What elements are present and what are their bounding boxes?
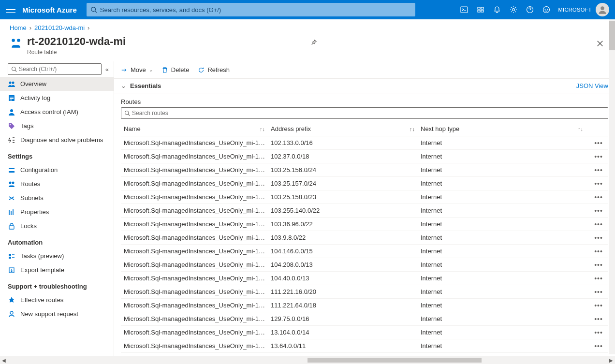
sidebar-item-diag[interactable]: Diagnose and solve problems	[0, 133, 114, 147]
row-more-icon[interactable]: •••	[589, 342, 608, 350]
notifications-icon[interactable]	[493, 6, 501, 14]
cell-name: Microsoft.Sql-managedInstances_UseOnly_m…	[121, 234, 271, 241]
refresh-button[interactable]: Refresh	[198, 66, 230, 73]
row-more-icon[interactable]: •••	[589, 207, 608, 215]
brand-label[interactable]: Microsoft Azure	[22, 6, 77, 14]
row-more-icon[interactable]: •••	[589, 261, 608, 269]
svg-rect-35	[9, 254, 11, 256]
col-name[interactable]: Name↑↓	[121, 125, 271, 132]
sidebar-search[interactable]	[8, 63, 102, 75]
table-row[interactable]: Microsoft.Sql-managedInstances_UseOnly_m…	[121, 136, 608, 150]
row-more-icon[interactable]: •••	[589, 329, 608, 336]
scrollbar-thumb[interactable]	[308, 358, 482, 363]
json-view-link[interactable]: JSON View	[576, 82, 608, 89]
breadcrumb-home[interactable]: Home	[10, 24, 27, 31]
horizontal-scrollbar[interactable]: ◀ ▶	[0, 356, 615, 364]
row-more-icon[interactable]: •••	[589, 166, 608, 174]
table-row[interactable]: Microsoft.Sql-managedInstances_UseOnly_m…	[121, 218, 608, 231]
global-search[interactable]	[87, 3, 415, 16]
svg-point-11	[547, 9, 548, 10]
settings-icon[interactable]	[510, 6, 517, 14]
sidebar-item-subnets[interactable]: Subnets	[0, 191, 114, 205]
pin-icon[interactable]	[310, 39, 317, 46]
row-more-icon[interactable]: •••	[589, 234, 608, 242]
help-icon[interactable]	[526, 6, 534, 14]
cell-name: Microsoft.Sql-managedInstances_UseOnly_m…	[121, 193, 271, 201]
row-more-icon[interactable]: •••	[589, 180, 608, 188]
vertical-scrollbar[interactable]	[609, 19, 615, 354]
sidebar-item-tag[interactable]: Tags	[0, 119, 114, 133]
collapse-sidebar-icon[interactable]: «	[104, 65, 110, 74]
table-row[interactable]: Microsoft.Sql-managedInstances_UseOnly_m…	[121, 285, 608, 299]
svg-point-9	[543, 7, 550, 13]
scroll-left-arrow[interactable]: ◀	[0, 358, 8, 363]
row-more-icon[interactable]: •••	[589, 153, 608, 160]
table-row[interactable]: Microsoft.Sql-managedInstances_UseOnly_m…	[121, 190, 608, 204]
global-search-input[interactable]	[100, 6, 411, 14]
cell-addr: 13.64.0.0/11	[271, 342, 421, 349]
close-icon[interactable]	[595, 38, 605, 49]
row-more-icon[interactable]: •••	[589, 220, 608, 228]
sidebar-item-support[interactable]: New support request	[0, 307, 114, 321]
sidebar-item-tasks[interactable]: Tasks (preview)	[0, 249, 114, 263]
avatar[interactable]	[596, 3, 609, 16]
row-more-icon[interactable]: •••	[589, 248, 608, 255]
row-more-icon[interactable]: •••	[589, 193, 608, 201]
account[interactable]: MICROSOFT	[558, 3, 609, 16]
scrollbar-thumb[interactable]	[609, 21, 615, 50]
move-button[interactable]: Move ⌄	[121, 66, 153, 73]
sidebar-item-props[interactable]: Properties	[0, 205, 114, 219]
table-row[interactable]: Microsoft.Sql-managedInstances_UseOnly_m…	[121, 245, 608, 258]
table-row[interactable]: Microsoft.Sql-managedInstances_UseOnly_m…	[121, 177, 608, 190]
row-more-icon[interactable]: •••	[589, 139, 608, 147]
sidebar-item-lock[interactable]: Locks	[0, 219, 114, 233]
cloud-shell-icon[interactable]	[460, 6, 468, 14]
table-row[interactable]: Microsoft.Sql-managedInstances_UseOnly_m…	[121, 231, 608, 245]
sidebar-item-people[interactable]: Overview	[0, 77, 114, 91]
sidebar-item-log[interactable]: Activity log	[0, 91, 114, 105]
export-icon	[8, 266, 15, 274]
sidebar-section-header: Automation	[0, 233, 114, 249]
sidebar-item-eff[interactable]: Effective routes	[0, 293, 114, 307]
table-row[interactable]: Microsoft.Sql-managedInstances_UseOnly_m…	[121, 163, 608, 177]
cell-hop: Internet	[421, 153, 589, 160]
svg-rect-34	[9, 226, 14, 229]
sidebar-item-label: Effective routes	[20, 296, 63, 304]
svg-point-10	[545, 9, 545, 10]
chevron-down-icon[interactable]: ⌄	[121, 82, 126, 89]
chevron-down-icon: ⌄	[149, 67, 153, 73]
row-more-icon[interactable]: •••	[589, 288, 608, 296]
essentials-label[interactable]: Essentials	[130, 82, 576, 89]
table-row[interactable]: Microsoft.Sql-managedInstances_UseOnly_m…	[121, 204, 608, 218]
routes-search[interactable]	[121, 107, 608, 119]
table-row[interactable]: Microsoft.Sql-managedInstances_UseOnly_m…	[121, 150, 608, 163]
directories-icon[interactable]	[477, 6, 484, 14]
cell-hop: Internet	[421, 342, 589, 349]
sidebar-item-routes[interactable]: Routes	[0, 177, 114, 191]
page-subtitle: Route table	[27, 49, 305, 56]
menu-icon[interactable]	[6, 5, 15, 15]
table-row[interactable]: Microsoft.Sql-managedInstances_UseOnly_m…	[121, 312, 608, 326]
delete-button[interactable]: Delete	[161, 66, 190, 73]
table-row[interactable]: Microsoft.Sql-managedInstances_UseOnly_m…	[121, 272, 608, 285]
cell-addr: 102.133.0.0/16	[271, 139, 421, 146]
row-more-icon[interactable]: •••	[589, 302, 608, 309]
feedback-icon[interactable]	[542, 6, 550, 14]
sidebar-item-config[interactable]: Configuration	[0, 163, 114, 177]
routes-search-input[interactable]	[132, 110, 605, 116]
sidebar-item-export[interactable]: Export template	[0, 263, 114, 277]
scroll-right-arrow[interactable]: ▶	[607, 358, 615, 363]
table-row[interactable]: Microsoft.Sql-managedInstances_UseOnly_m…	[121, 326, 608, 339]
table-row[interactable]: Microsoft.Sql-managedInstances_UseOnly_m…	[121, 258, 608, 272]
col-addr[interactable]: Address prefix↑↓	[271, 125, 421, 132]
sidebar-search-input[interactable]	[19, 66, 98, 73]
col-hop[interactable]: Next hop type↑↓	[421, 125, 589, 132]
table-row[interactable]: Microsoft.Sql-managedInstances_UseOnly_m…	[121, 339, 608, 353]
sidebar-item-person[interactable]: Access control (IAM)	[0, 105, 114, 119]
table-row[interactable]: Microsoft.Sql-managedInstances_UseOnly_m…	[121, 299, 608, 312]
svg-point-13	[12, 39, 15, 42]
top-bar: Microsoft Azure MICROSOFT	[0, 0, 615, 19]
breadcrumb-resource[interactable]: 20210120-wda-mi	[34, 24, 85, 31]
row-more-icon[interactable]: •••	[589, 315, 608, 323]
row-more-icon[interactable]: •••	[589, 275, 608, 282]
